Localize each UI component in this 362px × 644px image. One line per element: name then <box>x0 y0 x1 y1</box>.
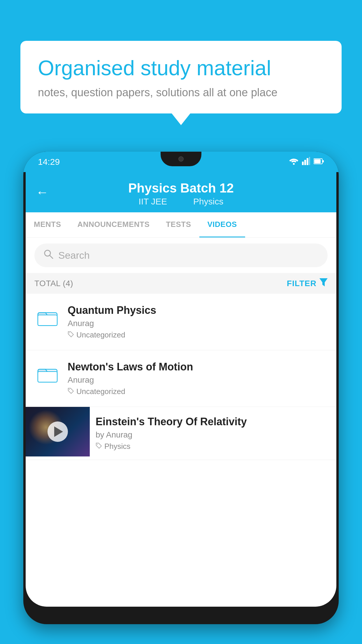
video-tag-1: Uncategorized <box>68 330 328 340</box>
svg-marker-10 <box>319 278 328 286</box>
tag-label-2: Uncategorized <box>76 387 125 396</box>
play-button[interactable] <box>48 421 68 442</box>
video-title-3: Einstein's Theory Of Relativity <box>96 416 331 428</box>
phone-mockup: 14:29 <box>23 152 339 624</box>
tag-icon-3 <box>96 442 102 451</box>
video-folder-icon-2 <box>34 361 61 387</box>
video-author-3: by Anurag <box>96 430 331 440</box>
video-title-1: Quantum Physics <box>68 304 328 316</box>
subtitle-separator <box>177 197 184 206</box>
search-icon <box>43 249 54 262</box>
video-author-2: Anurag <box>68 375 328 385</box>
svg-rect-7 <box>323 160 324 162</box>
list-item[interactable]: Newton's Laws of Motion Anurag Uncategor… <box>26 350 336 407</box>
video-title-2: Newton's Laws of Motion <box>68 361 328 373</box>
status-icons <box>289 157 324 167</box>
video-thumbnail-einstein <box>26 407 90 456</box>
list-item[interactable]: Quantum Physics Anurag Uncategorized <box>26 294 336 350</box>
tab-ments[interactable]: MENTS <box>26 212 69 237</box>
tab-videos[interactable]: VIDEOS <box>199 212 245 237</box>
list-item[interactable]: Einstein's Theory Of Relativity by Anura… <box>26 407 336 460</box>
status-time: 14:29 <box>38 157 60 167</box>
svg-point-17 <box>97 444 98 444</box>
video-tag-2: Uncategorized <box>68 387 328 396</box>
svg-rect-6 <box>314 159 321 163</box>
tab-announcements[interactable]: ANNOUNCEMENTS <box>69 212 158 237</box>
svg-rect-1 <box>302 162 304 165</box>
subtitle-iit: IIT JEE <box>139 197 167 206</box>
subtitle-physics: Physics <box>193 197 223 206</box>
tabs-container: MENTS ANNOUNCEMENTS TESTS VIDEOS <box>26 212 336 238</box>
bubble-title: Organised study material <box>38 55 324 80</box>
filter-icon <box>319 278 328 288</box>
video-author-1: Anurag <box>68 319 328 328</box>
total-count: TOTAL (4) <box>34 279 73 288</box>
phone-screen: ← Physics Batch 12 IIT JEE Physics MENTS… <box>26 172 336 607</box>
status-bar: 14:29 <box>23 152 339 172</box>
video-tag-3: Physics <box>96 442 331 451</box>
svg-rect-12 <box>38 315 57 326</box>
tag-icon-2 <box>68 388 74 396</box>
tag-icon-1 <box>68 331 74 339</box>
play-triangle-icon <box>54 426 63 437</box>
tab-tests[interactable]: TESTS <box>158 212 199 237</box>
tag-label-1: Uncategorized <box>76 330 125 340</box>
phone-notch <box>161 152 201 166</box>
svg-line-9 <box>50 255 53 258</box>
svg-rect-4 <box>309 157 310 165</box>
app-title: Physics Batch 12 <box>37 181 325 195</box>
wifi-icon <box>289 157 298 167</box>
search-bar[interactable]: Search <box>34 244 328 267</box>
front-camera <box>178 156 184 162</box>
battery-icon <box>314 157 324 167</box>
app-subtitle: IIT JEE Physics <box>37 197 325 206</box>
video-folder-icon-1 <box>34 304 61 330</box>
filter-button[interactable]: FILTER <box>287 278 328 288</box>
svg-rect-15 <box>38 372 57 382</box>
video-info-1: Quantum Physics Anurag Uncategorized <box>68 304 328 340</box>
bubble-subtitle: notes, question papers, solutions all at… <box>38 86 324 99</box>
phone-container: 14:29 <box>23 152 339 644</box>
search-container: Search <box>26 238 336 273</box>
svg-rect-3 <box>307 158 308 165</box>
app-header: ← Physics Batch 12 IIT JEE Physics <box>26 172 336 212</box>
svg-point-0 <box>293 163 295 165</box>
svg-point-13 <box>69 332 70 333</box>
filter-label: FILTER <box>287 279 317 288</box>
signal-icon <box>302 157 310 167</box>
back-button[interactable]: ← <box>36 185 49 200</box>
speech-bubble: Organised study material notes, question… <box>20 41 342 113</box>
tag-label-3: Physics <box>104 442 131 451</box>
video-list: Quantum Physics Anurag Uncategorized <box>26 294 336 460</box>
video-info-3: Einstein's Theory Of Relativity by Anura… <box>90 407 336 460</box>
filter-row: TOTAL (4) FILTER <box>26 273 336 294</box>
search-placeholder: Search <box>58 250 90 261</box>
svg-rect-2 <box>304 160 306 165</box>
video-info-2: Newton's Laws of Motion Anurag Uncategor… <box>68 361 328 396</box>
speech-bubble-container: Organised study material notes, question… <box>20 41 342 113</box>
svg-point-16 <box>69 389 70 390</box>
